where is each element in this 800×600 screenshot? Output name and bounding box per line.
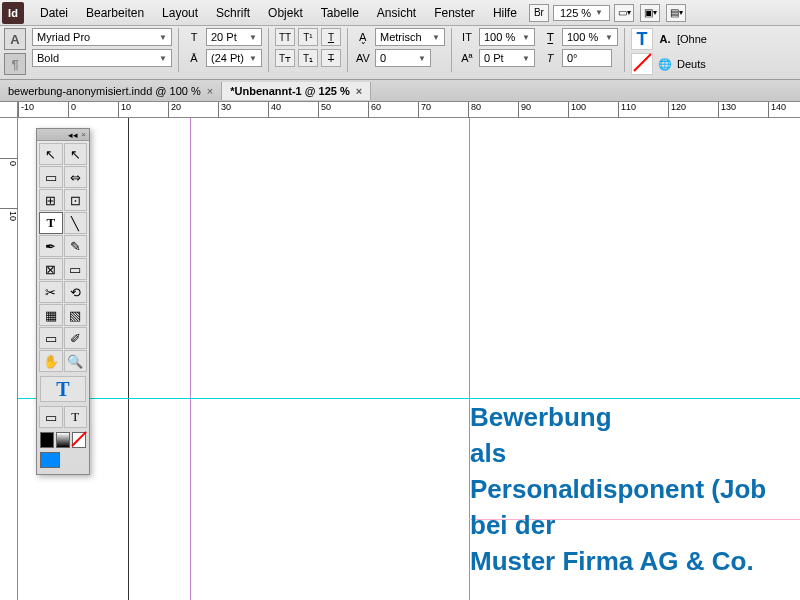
kerning-icon: A̬	[354, 28, 372, 46]
view-mode-icon[interactable]: ▭▾	[614, 4, 634, 22]
baseline-field[interactable]: 0 Pt▼	[479, 49, 535, 67]
hand-tool-icon[interactable]: ✋	[39, 350, 63, 372]
type-tool-icon[interactable]: T	[39, 212, 63, 234]
tab-label: bewerbung-anonymisiert.indd @ 100 %	[8, 85, 201, 97]
screen-mode-icon[interactable]: ▣▾	[640, 4, 660, 22]
selection-tool-icon[interactable]: ↖	[39, 143, 63, 165]
menu-tabelle[interactable]: Tabelle	[313, 2, 367, 24]
hscale-icon: T̲	[541, 28, 559, 46]
leading-field[interactable]: (24 Pt)▼	[206, 49, 262, 67]
close-icon[interactable]: ×	[356, 85, 362, 97]
font-size-field[interactable]: 20 Pt▼	[206, 28, 262, 46]
menu-layout[interactable]: Layout	[154, 2, 206, 24]
menu-schrift[interactable]: Schrift	[208, 2, 258, 24]
lang-icon: 🌐	[656, 55, 674, 73]
menu-hilfe[interactable]: Hilfe	[485, 2, 525, 24]
character-mode-icon[interactable]: A	[4, 28, 26, 50]
page-tool-icon[interactable]: ▭	[39, 166, 63, 188]
allcaps-icon[interactable]: TT	[275, 28, 295, 46]
document-canvas[interactable]: Bewerbung als Personaldisponent (Job bei…	[18, 118, 800, 600]
menu-bearbeiten[interactable]: Bearbeiten	[78, 2, 152, 24]
arrange-icon[interactable]: ▤▾	[666, 4, 686, 22]
tab-bewerbung[interactable]: bewerbung-anonymisiert.indd @ 100 %×	[0, 82, 222, 100]
menu-fenster[interactable]: Fenster	[426, 2, 483, 24]
zoom-value: 125 %	[560, 7, 591, 19]
horizontal-ruler[interactable]: -100102030405060708090100110120130140	[18, 102, 800, 118]
kerning-field[interactable]: Metrisch▼	[375, 28, 445, 46]
close-icon[interactable]: ×	[207, 85, 213, 97]
font-size-value: 20 Pt	[211, 31, 237, 43]
tools-panel[interactable]: ◂◂× ↖ ↖ ▭ ⇔ ⊞ ⊡ T ╲ ✒ ✎ ⊠ ▭ ✂ ⟲ ▦ ▧ ▭ ✐ …	[36, 128, 90, 475]
view-mode-normal-icon[interactable]	[40, 452, 60, 468]
margin-guide	[190, 118, 191, 600]
gradient-feather-tool-icon[interactable]: ▧	[64, 304, 88, 326]
menu-ansicht[interactable]: Ansicht	[369, 2, 424, 24]
kerning-value: Metrisch	[380, 31, 422, 43]
bridge-icon[interactable]: Br	[529, 4, 549, 22]
free-transform-tool-icon[interactable]: ⟲	[64, 281, 88, 303]
format-container-icon[interactable]: ▭	[39, 406, 63, 428]
baseline-icon: Aª	[458, 49, 476, 67]
font-style-select[interactable]: Bold▼	[32, 49, 172, 67]
apply-gradient-icon[interactable]	[56, 432, 70, 448]
stroke-none-icon[interactable]	[631, 53, 653, 75]
rectangle-frame-tool-icon[interactable]: ⊠	[39, 258, 63, 280]
document-tabs: bewerbung-anonymisiert.indd @ 100 %× *Un…	[0, 80, 800, 102]
apply-none-icon[interactable]	[72, 432, 86, 448]
menu-objekt[interactable]: Objekt	[260, 2, 311, 24]
panel-header[interactable]: ◂◂×	[37, 129, 89, 141]
vscale-icon: IT	[458, 28, 476, 46]
direct-selection-tool-icon[interactable]: ↖	[64, 143, 88, 165]
strikethrough-icon[interactable]: T	[321, 49, 341, 67]
zoom-level[interactable]: 125 %▼	[553, 5, 610, 21]
pencil-tool-icon[interactable]: ✎	[64, 235, 88, 257]
line-tool-icon[interactable]: ╲	[64, 212, 88, 234]
content-collector-icon[interactable]: ⊞	[39, 189, 63, 211]
zoom-tool-icon[interactable]: 🔍	[64, 350, 88, 372]
content-placer-icon[interactable]: ⊡	[64, 189, 88, 211]
gap-tool-icon[interactable]: ⇔	[64, 166, 88, 188]
gradient-swatch-tool-icon[interactable]: ▦	[39, 304, 63, 326]
tab-label: *Unbenannt-1 @ 125 %	[230, 85, 350, 97]
ruler-origin[interactable]	[0, 102, 18, 118]
tracking-icon: AV	[354, 49, 372, 67]
hscale-field[interactable]: 100 %▼	[562, 28, 618, 46]
menu-datei[interactable]: Datei	[32, 2, 76, 24]
underline-icon[interactable]: T	[321, 28, 341, 46]
skew-value: 0°	[567, 52, 578, 64]
scissors-tool-icon[interactable]: ✂	[39, 281, 63, 303]
pen-tool-icon[interactable]: ✒	[39, 235, 63, 257]
tracking-field[interactable]: 0▼	[375, 49, 431, 67]
color-swatches	[37, 430, 89, 450]
paragraph-mode-icon[interactable]: ¶	[4, 53, 26, 75]
control-bar: A ¶ Myriad Pro▼ Bold▼ T20 Pt▼ Ā(24 Pt)▼ …	[0, 26, 800, 80]
hscale-value: 100 %	[567, 31, 598, 43]
font-size-icon: T	[185, 28, 203, 46]
eyedropper-tool-icon[interactable]: ✐	[64, 327, 88, 349]
subscript-icon[interactable]: T₁	[298, 49, 318, 67]
app-logo: Id	[2, 2, 24, 24]
menu-bar: Id Datei Bearbeiten Layout Schrift Objek…	[0, 0, 800, 26]
tab-unbenannt[interactable]: *Unbenannt-1 @ 125 %×	[222, 82, 371, 100]
apply-color-icon[interactable]	[40, 432, 54, 448]
skew-field[interactable]: 0°	[562, 49, 612, 67]
vscale-field[interactable]: 100 %▼	[479, 28, 535, 46]
page-edge-guide	[128, 118, 129, 600]
rectangle-tool-icon[interactable]: ▭	[64, 258, 88, 280]
smallcaps-icon[interactable]: Tᴛ	[275, 49, 295, 67]
collapse-icon[interactable]: ◂◂	[68, 130, 78, 140]
fill-text-icon[interactable]: T	[631, 28, 653, 50]
font-family-value: Myriad Pro	[37, 31, 90, 43]
vertical-ruler[interactable]: 010	[0, 118, 18, 600]
char-style-label: [Ohne	[677, 33, 707, 45]
font-family-select[interactable]: Myriad Pro▼	[32, 28, 172, 46]
baseline-value: 0 Pt	[484, 52, 504, 64]
document-text-frame[interactable]: Bewerbung als Personaldisponent (Job bei…	[470, 399, 766, 579]
text-line: Bewerbung	[470, 399, 766, 435]
fill-stroke-icon[interactable]: T	[40, 376, 86, 402]
format-text-icon[interactable]: T	[64, 406, 88, 428]
superscript-icon[interactable]: T¹	[298, 28, 318, 46]
tracking-value: 0	[380, 52, 386, 64]
font-style-value: Bold	[37, 52, 59, 64]
note-tool-icon[interactable]: ▭	[39, 327, 63, 349]
